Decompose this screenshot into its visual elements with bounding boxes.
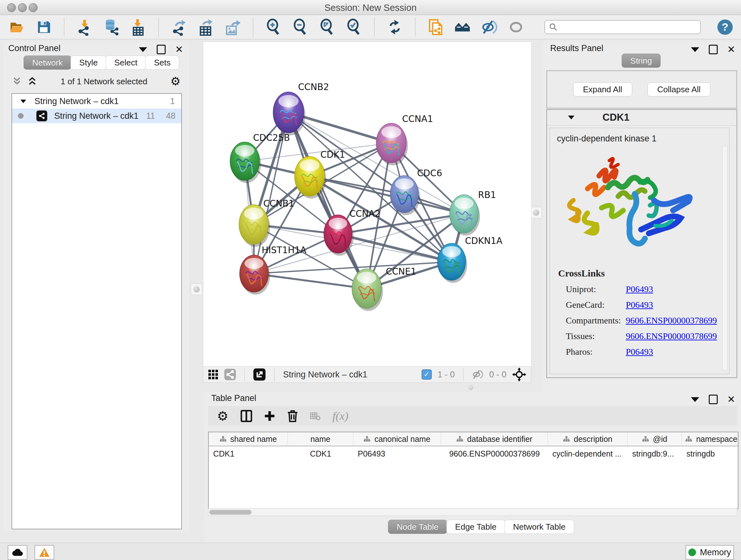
- collapse-panel-icon[interactable]: [691, 397, 699, 402]
- network-node-CCNA2[interactable]: CCNA2: [324, 208, 381, 256]
- node-table: shared namenamecanonical namedatabase id…: [208, 432, 738, 509]
- crosslink-link[interactable]: 9606.ENSP00000378699: [626, 315, 717, 326]
- right-panel-drag-handle[interactable]: [530, 207, 542, 219]
- network-edge[interactable]: [288, 112, 367, 289]
- network-edge[interactable]: [254, 273, 367, 289]
- network-overview-icon[interactable]: [224, 369, 236, 380]
- network-node-CDC6[interactable]: CDC6: [390, 168, 442, 215]
- network-node-CCNA1[interactable]: CCNA1: [376, 114, 433, 165]
- zoom-out-icon[interactable]: [292, 18, 309, 36]
- network-row[interactable]: String Network – cdk1 11 48: [12, 109, 181, 123]
- bottom-panel-drag-handle[interactable]: [468, 385, 473, 390]
- tab-sets[interactable]: Sets: [145, 56, 179, 70]
- import-database-icon[interactable]: [103, 18, 120, 36]
- clone-network-icon[interactable]: [427, 18, 444, 36]
- network-options-gear-icon[interactable]: ⚙: [171, 76, 181, 87]
- refresh-icon[interactable]: [386, 18, 403, 36]
- show-columns-icon[interactable]: [241, 410, 252, 422]
- float-panel-icon[interactable]: [157, 45, 165, 54]
- show-all-icon[interactable]: [508, 18, 525, 36]
- expand-all-icon[interactable]: [27, 77, 38, 86]
- export-network-icon[interactable]: [171, 18, 188, 36]
- search-input[interactable]: [558, 22, 696, 32]
- collapse-panel-icon[interactable]: [691, 47, 699, 52]
- zoom-fit-icon[interactable]: [319, 18, 336, 36]
- close-panel-icon[interactable]: ✕: [175, 45, 183, 54]
- column-header-canonical-name[interactable]: canonical name: [353, 432, 441, 446]
- scrollbar-thumb[interactable]: [209, 510, 252, 515]
- crosslink-link[interactable]: P06493: [626, 284, 653, 294]
- results-panel: Results Panel ✕ String Expand All Collap…: [542, 42, 741, 392]
- table-row[interactable]: CDK1CDK1P064939606.ENSP00000378699cyclin…: [209, 446, 738, 461]
- open-session-icon[interactable]: [8, 18, 25, 36]
- close-panel-icon[interactable]: ✕: [727, 395, 735, 404]
- results-scrollbar[interactable]: [722, 146, 727, 371]
- save-session-icon[interactable]: [35, 18, 52, 36]
- network-node-RB1[interactable]: RB1: [450, 190, 496, 236]
- birds-eye-view-icon[interactable]: [208, 369, 219, 380]
- crosslink-link[interactable]: P06493: [626, 347, 653, 357]
- column-header-namespace[interactable]: namespace: [682, 432, 738, 446]
- table-cell[interactable]: P06493: [353, 449, 441, 458]
- export-table-icon[interactable]: [197, 18, 214, 36]
- close-panel-icon[interactable]: ✕: [727, 45, 735, 54]
- network-collection-row[interactable]: String Network – cdk1 1: [12, 94, 181, 109]
- tab-network-table[interactable]: Network Table: [504, 520, 574, 534]
- memory-button[interactable]: Memory: [685, 545, 734, 560]
- tab-node-table[interactable]: Node Table: [388, 520, 447, 534]
- collapse-all-icon[interactable]: [11, 77, 22, 86]
- table-cell[interactable]: CDK1: [288, 449, 353, 458]
- network-node-CDC25B[interactable]: CDC25B: [230, 132, 290, 183]
- network-node-HIST1H1A[interactable]: HIST1H1A: [240, 245, 307, 295]
- float-panel-icon[interactable]: [709, 395, 718, 404]
- network-canvas[interactable]: CCNB2CCNA1CDC25BCDK1CDC6RB1CCNB1CCNA2CDK…: [203, 42, 532, 367]
- network-node-CCNB1[interactable]: CCNB1: [239, 198, 294, 247]
- entry-gene-name: CDK1: [603, 112, 629, 123]
- crosslink-link[interactable]: P06493: [626, 300, 653, 310]
- help-icon[interactable]: ?: [718, 19, 733, 35]
- tab-edge-table[interactable]: Edge Table: [447, 520, 505, 534]
- table-cell[interactable]: CDK1: [209, 449, 288, 458]
- export-image-icon[interactable]: [224, 18, 241, 36]
- crosslink-link[interactable]: 9606.ENSP00000378699: [626, 331, 717, 341]
- tab-style[interactable]: Style: [71, 56, 106, 70]
- table-cell[interactable]: stringdb:9...: [628, 449, 682, 458]
- pan-crosshair-icon[interactable]: [512, 368, 526, 381]
- selected-nodes-checkbox-icon[interactable]: ✓: [421, 369, 432, 380]
- column-header-description[interactable]: description: [548, 432, 628, 446]
- tab-network[interactable]: Network: [23, 56, 71, 70]
- create-column-icon[interactable]: [264, 411, 275, 422]
- network-node-CCNB2[interactable]: CCNB2: [273, 82, 329, 135]
- entry-collapse-icon[interactable]: [567, 114, 575, 121]
- table-cell[interactable]: stringdb: [682, 449, 738, 458]
- column-header-name[interactable]: name: [288, 432, 353, 446]
- import-network-icon[interactable]: [76, 18, 93, 36]
- tab-string[interactable]: String: [622, 54, 661, 68]
- network-node-CDKN1A[interactable]: CDKN1A: [437, 236, 502, 283]
- crosslink-label: Tissues:: [566, 331, 626, 341]
- float-panel-icon[interactable]: [709, 45, 718, 54]
- expand-all-button[interactable]: Expand All: [573, 82, 632, 97]
- collapse-all-button[interactable]: Collapse All: [648, 82, 711, 97]
- first-neighbors-icon[interactable]: [454, 18, 471, 36]
- zoom-in-icon[interactable]: [265, 18, 282, 36]
- cloud-button[interactable]: [8, 545, 27, 560]
- column-header-shared-name[interactable]: shared name: [209, 432, 288, 446]
- table-cell[interactable]: cyclin-dependent ...: [548, 449, 628, 458]
- column-header-database-identifier[interactable]: database identifier: [441, 432, 548, 446]
- tree-expand-icon[interactable]: [20, 98, 27, 104]
- warnings-button[interactable]: [35, 545, 54, 560]
- import-table-icon[interactable]: [130, 18, 147, 36]
- zoom-selected-icon[interactable]: [345, 18, 362, 36]
- table-options-gear-icon[interactable]: ⚙: [217, 410, 228, 422]
- left-panel-drag-handle[interactable]: [191, 284, 202, 295]
- tab-select[interactable]: Select: [106, 56, 146, 70]
- network-node-CCNE1[interactable]: CCNE1: [352, 266, 416, 311]
- collapse-panel-icon[interactable]: [139, 47, 147, 52]
- hide-selected-icon[interactable]: [481, 18, 498, 36]
- table-horizontal-scrollbar[interactable]: [208, 508, 737, 516]
- column-header--id[interactable]: @id: [628, 432, 682, 446]
- table-cell[interactable]: 9606.ENSP00000378699: [441, 449, 548, 458]
- open-in-window-icon[interactable]: [253, 368, 266, 381]
- delete-column-icon[interactable]: [287, 410, 298, 422]
